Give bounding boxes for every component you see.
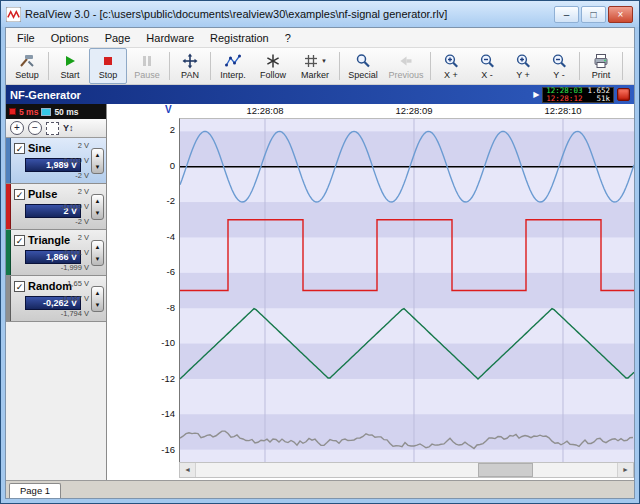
channel-checkbox[interactable]: ✓ [14,189,25,200]
toolbar-separator [339,52,340,80]
marker-grid-icon [303,53,319,69]
toolbar-separator [430,52,431,80]
menu-item-registration[interactable]: Registration [202,30,277,46]
spinner-down-button[interactable]: ▼ [92,161,103,173]
horizontal-scrollbar[interactable]: ◄ ► [179,462,634,478]
plot-canvas[interactable] [179,118,634,462]
minimize-button[interactable]: – [554,6,579,23]
channel-checkbox[interactable]: ✓ [14,143,25,154]
channel-row-sine[interactable]: ✓ Sine 1,989 V 2 V -0,019 V -2 V ▲ ▼ [6,138,106,184]
channel-stats: 2 V -0,011 V -1,999 V [61,233,89,272]
scrollbar-track[interactable] [196,463,617,477]
waveform-canvas[interactable] [180,119,634,462]
toolbar-separator [48,52,49,80]
time-tick-label: 12:28:10 [545,105,582,116]
pan-button[interactable]: PAN [172,48,208,84]
scroll-left-button[interactable]: ◄ [180,463,196,477]
menu-item-file[interactable]: File [9,30,43,46]
exit-button[interactable]: Exit [625,48,634,84]
channel-spinner[interactable]: ▲ ▼ [91,286,104,312]
zoom-y-in-button[interactable]: Y + [505,48,541,84]
channel-spinner[interactable]: ▲ ▼ [91,148,104,174]
zoom-x-in-button[interactable]: X + [433,48,469,84]
start-button[interactable]: Start [51,48,89,84]
marker-dropdown-icon[interactable]: ▼ [321,58,327,64]
channel-spinner[interactable]: ▲ ▼ [91,194,104,220]
y-axis-tick-label: -8 [167,302,175,313]
spinner-down-button[interactable]: ▼ [92,253,103,265]
scroll-right-button[interactable]: ► [617,463,633,477]
y-scale-button[interactable]: Y↕ [63,123,74,133]
record-indicator[interactable] [617,88,630,101]
end-time: 12:28:12 [546,95,582,103]
channel-row-triangle[interactable]: ✓ Triangle 1,866 V 2 V -0,011 V -1,999 V… [6,230,106,276]
channel-stats: 1,65 V -0,187 V -1,794 V [61,279,89,318]
zoom-out-icon [551,53,567,69]
toolbar-separator [622,52,623,80]
window-title: RealView 3.0 - [c:\users\public\document… [25,8,550,20]
toolbar: Setup Start Stop Pause PAN [6,48,634,85]
channel-stats: 2 V -0,019 V -2 V [61,187,89,226]
play-indicator-icon: ▶ [533,90,539,99]
main-content: 5 ms 50 ms + − Y↕ ✓ Sine [6,104,634,480]
menu-item-options[interactable]: Options [43,30,97,46]
toolbar-separator [169,52,170,80]
y-axis-tick-label: -14 [161,408,175,419]
spinner-up-button[interactable]: ▲ [92,195,103,207]
menu-item-help[interactable]: ? [277,30,299,46]
menu-item-page[interactable]: Page [97,30,139,46]
stop-button[interactable]: Stop [89,48,127,84]
menu-item-hardware[interactable]: Hardware [138,30,202,46]
app-icon [6,7,21,22]
interpolation-button[interactable]: Interp. [213,48,253,84]
y-axis-unit-label: V [165,104,172,115]
marker-button[interactable]: ▼ Marker [293,48,337,84]
spinner-down-button[interactable]: ▼ [92,299,103,311]
scrollbar-thumb[interactable] [478,463,533,477]
zoom-x-out-button[interactable]: X - [469,48,505,84]
print-button[interactable]: Print [582,48,620,84]
channel-spinner[interactable]: ▲ ▼ [91,240,104,266]
time-tick-label: 12:28:08 [247,105,284,116]
time-tick-label: 12:28:09 [396,105,433,116]
zoom-in-button[interactable]: + [10,121,24,135]
acquisition-panel: 12:28:03 12:28:12 1.652 51k [542,87,614,103]
previous-button[interactable]: Previous [384,48,428,84]
pan-arrows-icon [182,53,198,69]
zoom-toolbar: + − Y↕ [6,119,106,138]
channel-row-pulse[interactable]: ✓ Pulse 2 V 2 V -0,019 V -2 V ▲ ▼ [6,184,106,230]
spinner-up-button[interactable]: ▲ [92,149,103,161]
special-button[interactable]: Special [342,48,384,84]
spinner-up-button[interactable]: ▲ [92,287,103,299]
setup-button[interactable]: Setup [8,48,46,84]
zoom-box-button[interactable] [46,122,59,135]
app-window: RealView 3.0 - [c:\users\public\document… [0,0,640,504]
y-axis-tick-label: -12 [161,373,175,384]
maximize-button[interactable]: □ [581,6,606,23]
channel-checkbox[interactable]: ✓ [14,281,25,292]
zoom-y-out-button[interactable]: Y - [541,48,577,84]
tab-page-1[interactable]: Page 1 [9,483,61,498]
tools-icon [19,53,35,69]
monitor-icon [41,108,51,116]
channel-checkbox[interactable]: ✓ [14,235,25,246]
y-axis-tick-label: -2 [167,195,175,206]
plot-region: V 12:28:0812:28:0912:28:10 20-2-4-6-8-10… [107,104,634,480]
y-axis-tick-label: 0 [170,160,175,171]
spinner-down-button[interactable]: ▼ [92,207,103,219]
rate-bar: 5 ms 50 ms [6,104,106,119]
stop-icon [100,53,116,69]
close-button[interactable]: × [608,6,633,23]
toolbar-separator [210,52,211,80]
channel-row-random[interactable]: ✓ Random -0,262 V 1,65 V -0,187 V -1,794… [6,276,106,322]
zoom-out-button[interactable]: − [28,121,42,135]
channel-stats: 2 V -0,019 V -2 V [61,141,89,180]
pause-button[interactable]: Pause [127,48,167,84]
zoom-in-icon [443,53,459,69]
special-magnifier-icon [355,53,371,69]
y-axis-tick-label: 2 [170,124,175,135]
follow-button[interactable]: Follow [253,48,293,84]
title-bar[interactable]: RealView 3.0 - [c:\users\public\document… [1,1,639,27]
spinner-up-button[interactable]: ▲ [92,241,103,253]
channel-name: Sine [28,142,51,154]
